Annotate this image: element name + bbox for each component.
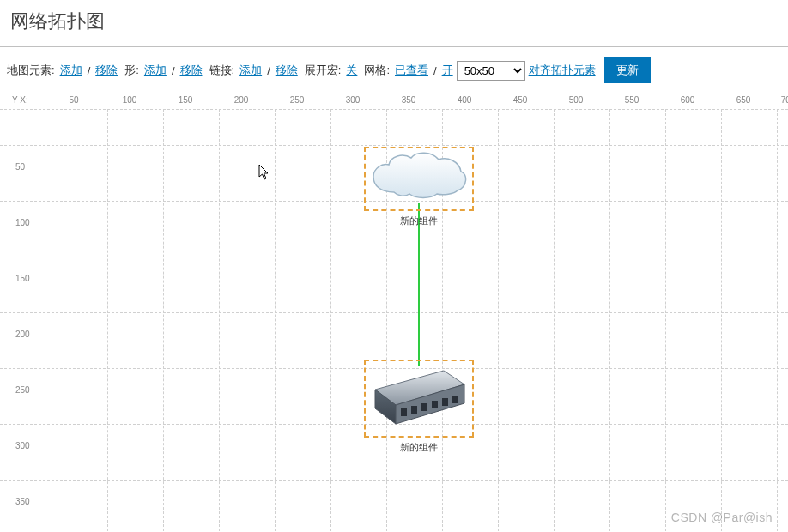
y-tick: 350	[15, 497, 30, 506]
topology-canvas[interactable]: Y X: 50 100 150 200 250 300 350 400 450 …	[0, 94, 788, 531]
x-tick: 500	[569, 95, 584, 105]
grid-line-vertical	[275, 109, 276, 531]
x-tick: 550	[625, 95, 639, 105]
y-tick: 150	[15, 274, 30, 283]
x-tick: 50	[69, 95, 78, 105]
toolbar: 地图元素: 添加 / 移除 形: 添加 / 移除 链接: 添加 / 移除 展开宏…	[0, 47, 788, 94]
grid-line-vertical	[219, 109, 220, 531]
y-tick: 250	[15, 385, 30, 395]
x-tick: 300	[346, 95, 361, 105]
grid-size-select[interactable]: 50x50	[457, 61, 525, 81]
link-add-link[interactable]: 添加	[239, 63, 262, 78]
x-tick: 150	[179, 95, 193, 105]
svg-rect-3	[401, 408, 407, 416]
map-elements-label: 地图元素:	[7, 63, 55, 78]
grid-label: 网格:	[364, 63, 390, 78]
y-tick: 100	[15, 218, 30, 227]
grid-line-horizontal	[0, 312, 788, 313]
x-tick: 700	[781, 95, 788, 105]
shape-remove-link[interactable]: 移除	[180, 63, 203, 78]
x-tick: 350	[402, 95, 416, 105]
selection-outline	[364, 360, 474, 438]
map-add-link[interactable]: 添加	[60, 63, 82, 78]
grid-line-vertical	[107, 109, 108, 531]
x-tick: 650	[736, 95, 751, 105]
grid-line-vertical	[554, 109, 555, 531]
switch-node-label: 新的组件	[364, 441, 474, 454]
grid-line-horizontal	[0, 109, 788, 110]
shape-add-link[interactable]: 添加	[144, 63, 167, 78]
page-header: 网络拓扑图	[0, 0, 788, 47]
macro-label: 展开宏:	[305, 63, 342, 78]
grid-line-vertical	[721, 109, 722, 531]
grid-line-vertical	[498, 109, 499, 531]
separator: /	[172, 64, 175, 77]
macro-off-link[interactable]: 关	[346, 63, 357, 78]
grid-line-horizontal	[0, 257, 788, 257]
shape-label: 形:	[124, 63, 139, 78]
grid-line-horizontal	[0, 480, 788, 481]
y-tick: 50	[15, 162, 25, 172]
separator: /	[267, 64, 270, 77]
switch-node[interactable]: 新的组件	[364, 360, 474, 454]
grid-on-link[interactable]: 开	[442, 63, 453, 78]
x-tick: 450	[513, 95, 528, 105]
grid-line-vertical	[330, 109, 331, 531]
x-tick: 200	[234, 95, 249, 105]
x-tick: 600	[681, 95, 695, 105]
switch-icon	[368, 364, 470, 431]
update-button[interactable]: 更新	[604, 57, 651, 83]
page-title: 网络拓扑图	[10, 9, 778, 34]
svg-rect-7	[442, 398, 448, 406]
cloud-node[interactable]: 新的组件	[364, 147, 474, 227]
watermark: CSDN @Par@ish	[671, 511, 773, 524]
ruler-corner-label: Y X:	[0, 94, 52, 106]
link-remove-link[interactable]: 移除	[276, 63, 298, 78]
connection-line[interactable]	[418, 203, 420, 366]
align-elements-link[interactable]: 对齐拓扑元素	[529, 63, 596, 78]
map-remove-link[interactable]: 移除	[95, 63, 118, 78]
svg-rect-5	[421, 403, 427, 411]
grid-line-vertical	[609, 109, 610, 531]
grid-line-vertical	[665, 109, 666, 531]
y-tick: 200	[15, 329, 30, 339]
separator: /	[433, 64, 437, 77]
mouse-cursor-icon	[258, 164, 270, 181]
grid-line-vertical	[163, 109, 164, 531]
x-tick: 400	[458, 95, 472, 105]
x-tick: 100	[123, 95, 137, 105]
grid-viewed-link[interactable]: 已查看	[395, 63, 428, 78]
y-tick: 300	[15, 441, 30, 450]
cloud-node-label: 新的组件	[364, 215, 474, 227]
x-tick: 250	[290, 95, 305, 105]
grid-line-vertical	[777, 109, 778, 531]
selection-outline	[364, 147, 474, 211]
link-label: 链接:	[209, 63, 235, 78]
separator: /	[88, 64, 91, 77]
svg-rect-8	[452, 396, 458, 403]
grid-line-vertical	[52, 109, 52, 531]
cloud-icon	[368, 151, 470, 204]
svg-rect-6	[432, 401, 438, 408]
svg-rect-4	[411, 406, 417, 414]
grid-line-horizontal	[0, 145, 788, 146]
